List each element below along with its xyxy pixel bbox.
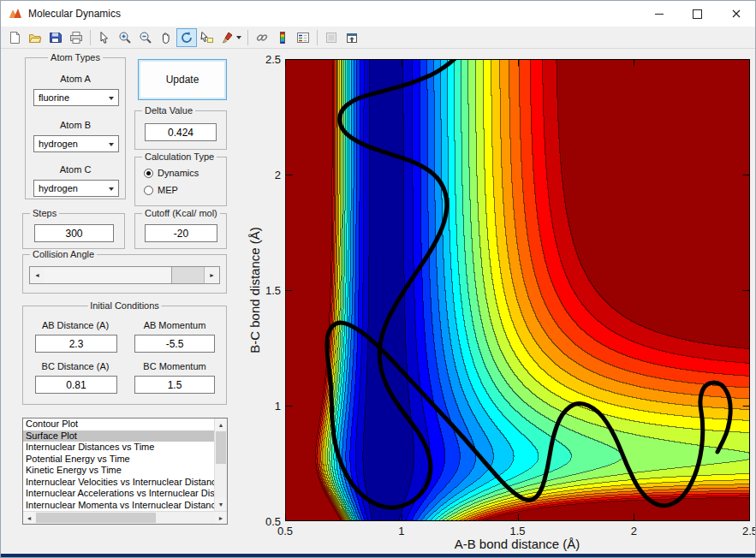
toolbar-separator [317, 30, 318, 45]
toolbar-separator [90, 30, 91, 45]
radio-label: Dynamics [158, 168, 199, 178]
list-item[interactable]: Internuclear Distances vs Time [23, 442, 214, 454]
bc-distance-input[interactable] [35, 376, 117, 394]
pointer-icon [98, 31, 111, 45]
slider-left-arrow[interactable]: ◄ [30, 267, 45, 283]
radio-dynamics[interactable]: Dynamics [144, 168, 199, 178]
save-figure-button[interactable] [45, 28, 66, 47]
hide-plot-tools-button[interactable] [321, 28, 342, 47]
zoom-out-button[interactable] [135, 28, 156, 47]
radio-label: MEP [158, 185, 178, 195]
plot-type-listbox[interactable]: Contour PlotSurface PlotInternuclear Dis… [22, 418, 228, 525]
atom-b-label: Atom B [26, 120, 125, 130]
collision-angle-slider[interactable]: ◄ ► [29, 266, 220, 284]
minimize-button[interactable] [640, 1, 678, 27]
data-cursor-icon [200, 31, 214, 45]
initial-conditions-group: Initial Conditions AB Distance (A) AB Mo… [22, 306, 227, 405]
print-icon [69, 31, 83, 45]
scroll-up-button[interactable]: ▲ [215, 418, 227, 430]
vertical-scrollbar[interactable]: ▲ ▼ [214, 418, 227, 511]
y-tick-label: 0.5 [259, 515, 281, 528]
atom-types-group: Atom Types Atom A fluorine Atom B hydrog… [25, 57, 126, 199]
list-item[interactable]: Internuclear Velocities vs Internuclear … [23, 477, 214, 489]
legend-icon [296, 31, 310, 45]
arrow-right-icon: ► [218, 515, 224, 521]
combo-value: fluorine [39, 92, 69, 103]
hand-icon [159, 31, 173, 45]
new-figure-icon [8, 31, 21, 45]
link-plot-button[interactable] [252, 28, 272, 47]
group-title: Delta Value [142, 105, 195, 116]
save-icon [49, 31, 63, 45]
delta-value-input[interactable] [145, 123, 217, 141]
new-figure-button[interactable] [4, 28, 25, 47]
x-axis-label: A-B bond distance (Å) [455, 537, 580, 551]
bc-momentum-input[interactable] [134, 376, 215, 394]
ab-momentum-input[interactable] [134, 335, 215, 353]
rotate-3d-button[interactable] [176, 28, 197, 47]
scroll-thumb[interactable] [216, 431, 226, 464]
list-item[interactable]: Kinetic Energy vs Time [23, 465, 214, 477]
delta-value-group: Delta Value [134, 110, 227, 150]
insert-legend-button[interactable] [293, 28, 313, 47]
edit-plot-button[interactable] [94, 28, 115, 47]
brush-data-button[interactable] [217, 28, 244, 47]
ab-distance-input[interactable] [35, 335, 117, 353]
close-button[interactable] [717, 1, 755, 27]
listbox-items: Contour PlotSurface PlotInternuclear Dis… [23, 418, 214, 511]
brush-icon [221, 31, 235, 45]
chevron-down-icon [236, 36, 241, 39]
arrow-left-icon: ◄ [34, 272, 40, 278]
atom-c-combobox[interactable]: hydrogen [33, 180, 119, 197]
dock-figure-button[interactable] [342, 28, 362, 47]
radio-icon [144, 186, 153, 195]
x-tick-label: 2.5 [742, 525, 756, 537]
pes-contour-plot[interactable] [285, 59, 750, 521]
atom-a-combobox[interactable]: fluorine [33, 89, 119, 106]
ab-momentum-label: AB Momentum [128, 320, 222, 330]
scroll-left-button[interactable]: ◄ [23, 512, 35, 524]
steps-input[interactable] [34, 224, 114, 242]
print-figure-button[interactable] [66, 28, 86, 47]
pan-button[interactable] [156, 28, 176, 47]
scroll-right-button[interactable]: ► [215, 512, 227, 524]
calculation-type-group: Calculation Type Dynamics MEP [134, 157, 227, 206]
atom-b-combobox[interactable]: hydrogen [33, 135, 119, 152]
radio-icon [144, 169, 153, 178]
radio-mep[interactable]: MEP [144, 185, 178, 195]
maximize-button[interactable] [678, 1, 717, 27]
open-folder-icon [28, 31, 42, 45]
chevron-down-icon [109, 187, 114, 191]
cutoff-input[interactable] [145, 224, 217, 242]
group-title: Calculation Type [142, 151, 217, 162]
data-cursor-button[interactable] [197, 28, 217, 47]
list-item[interactable]: Internuclear Momenta vs Internuclear Dis… [23, 500, 214, 512]
list-item[interactable]: Internuclear Accelerations vs Internucle… [23, 488, 214, 500]
open-file-button[interactable] [25, 28, 45, 47]
x-tick-label: 2 [631, 525, 637, 537]
group-title: Atom Types [48, 52, 103, 62]
group-title: Steps [30, 208, 59, 218]
caption-buttons [640, 1, 755, 27]
ab-distance-label: AB Distance (A) [28, 320, 122, 330]
group-title: Initial Conditions [87, 300, 162, 311]
update-button[interactable]: Update [138, 59, 227, 100]
y-tick-label: 1 [259, 400, 281, 413]
scroll-down-button[interactable]: ▼ [215, 498, 227, 510]
cutoff-group: Cutoff (Kcal/ mol) [134, 213, 227, 249]
dock-figure-icon [345, 31, 359, 45]
list-item[interactable]: Surface Plot [23, 430, 214, 442]
matlab-icon [9, 7, 22, 21]
zoom-in-button[interactable] [115, 28, 135, 47]
slider-right-arrow[interactable]: ► [204, 267, 219, 283]
titlebar: Molecular Dynamics [1, 1, 755, 27]
atom-a-label: Atom A [26, 74, 125, 84]
slider-thumb[interactable] [45, 267, 172, 283]
horizontal-scrollbar[interactable]: ◄ ► [23, 511, 227, 524]
y-tick-label: 2 [259, 169, 281, 181]
scroll-thumb[interactable] [36, 513, 156, 523]
insert-colorbar-button[interactable] [272, 28, 293, 47]
list-item[interactable]: Contour Plot [23, 418, 214, 430]
list-item[interactable]: Potential Energy vs Time [23, 454, 214, 466]
y-tick-label: 1.5 [259, 284, 281, 297]
